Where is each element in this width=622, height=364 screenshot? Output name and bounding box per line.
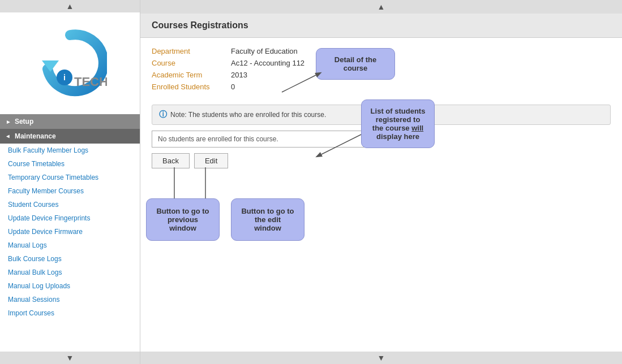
setup-arrow-icon: ► xyxy=(6,119,11,125)
list-tooltip: List of students registered to the cours… xyxy=(361,99,435,148)
svg-line-4 xyxy=(282,75,316,92)
action-buttons: Back Edit xyxy=(152,153,611,168)
buttons-section: Back Edit Button to go to previous windo… xyxy=(152,153,611,266)
enrolled-students-row: Enrolled Students 0 xyxy=(152,83,611,91)
setup-section[interactable]: ► Setup xyxy=(0,114,140,129)
academic-term-value: 2013 xyxy=(231,71,247,79)
sidebar-item-manual-log-uploads[interactable]: Manual Log Uploads xyxy=(0,279,140,293)
sidebar-item-faculty-member-courses[interactable]: Faculty Member Courses xyxy=(0,184,140,198)
svg-text:TECH: TECH xyxy=(74,75,107,89)
scroll-down-button[interactable]: ▼ xyxy=(0,352,140,364)
note-text: Note: The students who are enrolled for … xyxy=(170,111,326,119)
maintenance-arrow-icon: ▼ xyxy=(5,133,11,139)
enrolled-students-value: 0 xyxy=(231,83,235,91)
back-tooltip: Button to go to previous window xyxy=(146,198,220,241)
logo-svg: i TECH xyxy=(33,27,107,100)
academic-term-label: Academic Term xyxy=(152,71,231,79)
svg-text:i: i xyxy=(63,73,66,82)
sidebar-item-bulk-course-logs[interactable]: Bulk Course Logs xyxy=(0,252,140,266)
sidebar: ▲ i TECH ► Setup ▼ Maintenance xyxy=(0,0,140,364)
department-value: Faculty of Education xyxy=(231,47,298,55)
sidebar-item-temporary-course-timetables[interactable]: Temporary Course Timetables xyxy=(0,171,140,184)
main-content: ▲ Courses Registrations Department Facul… xyxy=(140,0,622,364)
content-area: Courses Registrations Department Faculty… xyxy=(140,14,622,352)
enrolled-message-box: No students are enrolled for this course… xyxy=(152,131,378,148)
sidebar-item-update-device-fingerprints[interactable]: Update Device Fingerprints xyxy=(0,211,140,225)
scroll-top-button[interactable]: ▲ xyxy=(140,0,622,14)
edit-button[interactable]: Edit xyxy=(194,153,228,168)
sidebar-item-manual-logs[interactable]: Manual Logs xyxy=(0,239,140,252)
scroll-bottom-button[interactable]: ▼ xyxy=(140,352,622,364)
sidebar-item-manual-bulk-logs[interactable]: Manual Bulk Logs xyxy=(0,266,140,279)
course-label: Course xyxy=(152,59,231,67)
enrolled-message: No students are enrolled for this course… xyxy=(158,135,278,143)
back-button[interactable]: Back xyxy=(152,153,190,168)
sidebar-item-course-timetables[interactable]: Course Timetables xyxy=(0,157,140,171)
enrolled-students-label: Enrolled Students xyxy=(152,83,231,91)
detail-tooltip: Detail of the course xyxy=(316,48,395,80)
scroll-up-button[interactable]: ▲ xyxy=(0,0,140,12)
setup-label: Setup xyxy=(15,118,33,125)
sidebar-item-import-courses[interactable]: Import Courses xyxy=(0,306,140,320)
logo-area: i TECH xyxy=(0,12,140,114)
back-arrow-svg xyxy=(169,167,180,201)
info-icon: ⓘ xyxy=(159,110,167,120)
course-value: Ac12 - Accounting 112 xyxy=(231,59,304,67)
department-label: Department xyxy=(152,47,231,55)
page-title: Courses Registrations xyxy=(140,14,622,38)
detail-tooltip-container: Detail of the course xyxy=(316,48,395,80)
sidebar-item-student-courses[interactable]: Student Courses xyxy=(0,198,140,211)
edit-arrow-svg xyxy=(200,167,211,201)
detail-tooltip-arrow xyxy=(282,70,321,92)
maintenance-label: Maintenance xyxy=(15,132,56,140)
maintenance-section[interactable]: ▼ Maintenance xyxy=(0,129,140,144)
course-details-section: Department Faculty of Education Course A… xyxy=(140,38,622,100)
sidebar-nav: Bulk Faculty Member Logs Course Timetabl… xyxy=(0,144,140,352)
sidebar-item-bulk-faculty-member-logs[interactable]: Bulk Faculty Member Logs xyxy=(0,144,140,157)
list-tooltip-text: List of students registered to the cours… xyxy=(371,107,426,141)
sidebar-item-update-device-firmware[interactable]: Update Device Firmware xyxy=(0,225,140,239)
sidebar-item-manual-sessions[interactable]: Manual Sessions xyxy=(0,293,140,306)
edit-tooltip: Button to go to the edit window xyxy=(231,198,304,241)
